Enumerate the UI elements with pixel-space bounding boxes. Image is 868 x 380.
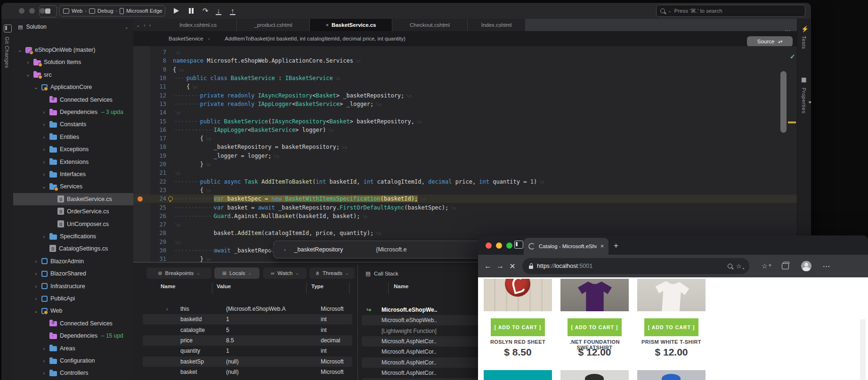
chevron-down-icon[interactable]: ⌄ — [125, 24, 129, 30]
window-close-button[interactable] — [486, 243, 492, 249]
properties-pad[interactable]: Properties — [801, 88, 807, 113]
callstack-frame[interactable]: Microsoft.AspNetCor.. — [362, 357, 484, 368]
url-text[interactable]: https://localhost:5001 — [537, 263, 592, 269]
debug-tab-watch[interactable]: ∞Watch⌄ — [263, 267, 307, 279]
expander-icon[interactable]: › — [41, 234, 47, 239]
tree-item-constants[interactable]: ›Constants — [13, 118, 133, 130]
breakpoint-margin-cell[interactable] — [133, 117, 150, 125]
breakpoint-margin-cell[interactable] — [133, 74, 150, 82]
tree-item-infrastructure[interactable]: ›Infrastructure — [13, 280, 133, 292]
run-icon[interactable] — [171, 6, 181, 16]
window-minimize-button[interactable] — [29, 8, 35, 14]
locals-row-price[interactable]: price8.5decimal — [143, 335, 352, 346]
expander-icon[interactable]: › — [25, 59, 31, 65]
tab-index-cshtml[interactable]: Index.cshtml — [468, 19, 526, 31]
expander-icon[interactable]: › — [41, 146, 47, 152]
breakpoint-margin-cell[interactable] — [133, 238, 150, 246]
tree-item-solution-items[interactable]: ›Solution Items — [13, 56, 133, 68]
chevron-down-icon[interactable]: ⌄ — [136, 23, 140, 28]
tree-item-orderservice-cs[interactable]: {}OrderService.cs — [13, 205, 133, 218]
breakpoint-margin-cell[interactable] — [133, 194, 150, 203]
window-close-button[interactable] — [19, 8, 24, 14]
scheme-segment-microsoft-edge[interactable]: Microsoft Edge — [120, 8, 162, 14]
breakpoint-margin-cell[interactable] — [133, 91, 150, 100]
callstack-frame[interactable]: Microsoft.AspNetCor... — [362, 378, 484, 380]
tree-item-eshoponweb-master[interactable]: ⌄eShopOnWeb (master) — [13, 44, 133, 56]
expander-icon[interactable]: › — [41, 358, 47, 364]
breadcrumb-class[interactable]: BasketService — [169, 36, 203, 41]
expander-icon[interactable]: ⌄ — [41, 184, 47, 190]
scheme-segment-debug[interactable]: Debug — [89, 8, 114, 14]
callstack-frame[interactable]: Microsoft.AspNetCor.. — [362, 368, 484, 378]
git-changes-pad[interactable]: Git Changes — [4, 37, 10, 68]
tests-pad[interactable]: Tests — [801, 36, 807, 49]
solution-panel-header[interactable]: ▤ Solution ⌄ — [13, 21, 133, 33]
expander-icon[interactable]: › — [166, 306, 168, 312]
tree-item-blazoradmin[interactable]: ›BlazorAdmin — [13, 255, 133, 267]
lightning-icon[interactable]: ⚡ — [801, 25, 809, 32]
step-out-icon[interactable]: ↑ — [227, 6, 238, 16]
expander-icon[interactable]: › — [41, 159, 47, 165]
breakpoint-margin-cell[interactable] — [133, 220, 150, 229]
editor-scrollbar-thumb[interactable] — [780, 71, 787, 133]
expander-icon[interactable]: › — [41, 171, 47, 177]
locals-row-quantity[interactable]: quantity1int — [143, 346, 352, 356]
breakpoint-margin-cell[interactable] — [133, 134, 150, 143]
callstack-frame[interactable]: Microsoft.eShopWeb.. — [362, 315, 484, 325]
expander-icon[interactable]: › — [41, 109, 47, 115]
tree-item-publicapi[interactable]: ›PublicApi — [13, 292, 133, 305]
tab-index-cshtml-cs[interactable]: Index.cshtml.cs — [160, 19, 237, 31]
add-to-cart-button[interactable]: [ ADD TO CART ] — [644, 318, 698, 336]
scheme-segment-web[interactable]: Web — [63, 8, 82, 14]
breakpoint-margin-cell[interactable] — [133, 160, 150, 169]
source-view-selector[interactable]: Source ▴▾ — [747, 36, 793, 47]
vertical-tabs-icon[interactable] — [514, 241, 523, 249]
window-zoom-button[interactable] — [506, 243, 512, 249]
callstack-frame[interactable]: [Lightweight Function] — [362, 326, 484, 336]
tree-item-connected-services[interactable]: Connected Services — [13, 317, 133, 330]
locals-row-basket[interactable]: basket(null)Microsoft — [143, 367, 352, 377]
collections-icon[interactable] — [782, 263, 789, 269]
expander-icon[interactable]: › — [33, 271, 39, 276]
expander-icon[interactable]: › — [41, 121, 47, 127]
breakpoint-margin-cell[interactable] — [133, 229, 150, 237]
tree-item-connected-services[interactable]: Connected Services — [13, 94, 133, 106]
callstack-frame[interactable]: Microsoft.AspNetCor.. — [362, 347, 484, 357]
breakpoint-margin-cell[interactable] — [133, 100, 150, 108]
expander-icon[interactable]: ⌄ — [25, 72, 31, 78]
breakpoint-margin-cell[interactable] — [133, 126, 150, 134]
forward-icon[interactable]: → — [494, 262, 506, 270]
breadcrumb-member[interactable]: AddItemToBasket(int basketId, int catalo… — [225, 36, 406, 41]
breakpoint-margin-cell[interactable] — [133, 48, 150, 57]
column-separator[interactable] — [349, 283, 349, 294]
tree-item-uricomposer-cs[interactable]: {}UriComposer.cs — [13, 218, 133, 230]
step-into-icon[interactable]: ↓ — [213, 6, 224, 16]
zoom-search-icon[interactable] — [728, 264, 732, 268]
add-to-cart-button[interactable]: [ ADD TO CART ] — [568, 318, 622, 336]
expander-icon[interactable]: › — [41, 346, 47, 351]
profile-avatar[interactable] — [801, 261, 811, 271]
expander-icon[interactable]: › — [33, 296, 39, 301]
git-changes-icon[interactable] — [4, 24, 12, 32]
debug-tab-locals[interactable]: ⊞Locals⌄ — [214, 267, 260, 279]
breakpoint-margin-cell[interactable] — [133, 57, 150, 65]
browser-tab[interactable]: Catalog - Microsoft.eShopOnW × — [524, 238, 608, 255]
tab-close-icon[interactable]: × — [600, 243, 604, 250]
add-favorite-icon[interactable]: ☆ — [736, 263, 743, 269]
tab-basketservice-cs[interactable]: ×BasketService.cs — [310, 19, 392, 31]
tree-item-dependencies[interactable]: Dependencies– 15 upd — [13, 330, 133, 342]
breakpoint-margin-cell[interactable] — [133, 169, 150, 177]
tab-nav-back-icon[interactable]: ‹ — [144, 23, 145, 28]
expander-icon[interactable]: › — [33, 259, 39, 264]
add-to-cart-button[interactable]: [ ADD TO CART ] — [491, 318, 545, 336]
breakpoint-margin-cell[interactable] — [133, 203, 150, 211]
tree-item-interfaces[interactable]: ›Interfaces — [13, 168, 133, 180]
breakpoint-margin-cell[interactable] — [133, 178, 150, 186]
stop-debug-button[interactable] — [39, 5, 57, 17]
back-icon[interactable]: ← — [482, 262, 494, 270]
new-tab-button[interactable]: + — [614, 241, 618, 251]
page-scrollbar-track[interactable] — [860, 319, 866, 380]
tree-item-catalogsettings-cs[interactable]: {}CatalogSettings.cs — [13, 243, 133, 255]
pause-icon[interactable] — [186, 6, 196, 16]
tree-item-extensions[interactable]: ›Extensions — [13, 156, 133, 168]
